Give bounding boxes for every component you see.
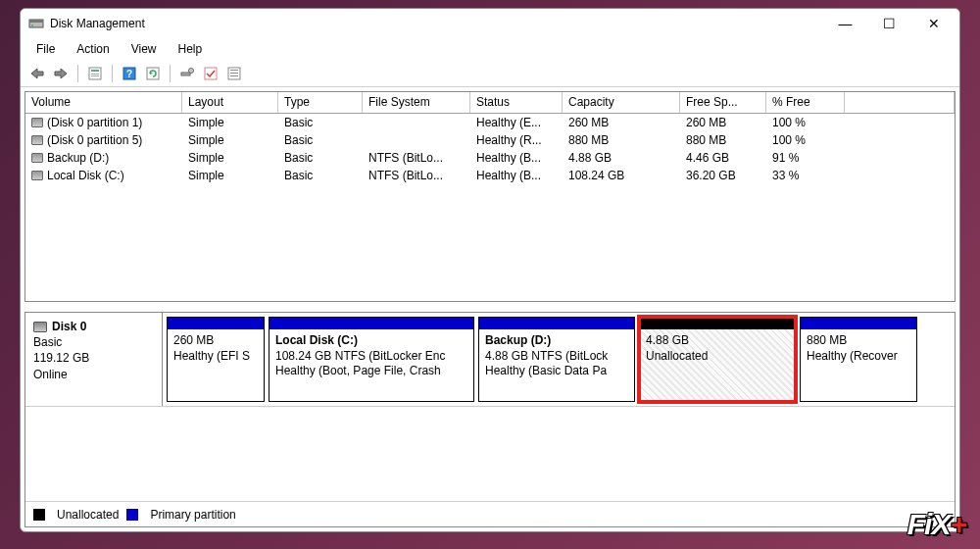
svg-rect-12	[205, 68, 217, 79]
volume-type: Basic	[278, 115, 363, 130]
primary-partition-bar	[168, 318, 264, 329]
partition-line1: 4.88 GB	[646, 333, 789, 349]
col-filesystem[interactable]: File System	[363, 92, 470, 113]
volume-pct: 33 %	[766, 168, 845, 183]
volume-status: Healthy (B...	[470, 168, 563, 183]
volume-status: Healthy (E...	[470, 115, 563, 130]
disk-name: Disk 0	[52, 319, 86, 334]
help-button[interactable]: ?	[119, 63, 140, 84]
volume-list[interactable]: Volume Layout Type File System Status Ca…	[24, 91, 956, 302]
volume-fs	[363, 122, 470, 124]
disk-graphical-view: Disk 0 Basic 119.12 GB Online 260 MBHeal…	[24, 312, 956, 527]
volume-pct: 100 %	[766, 132, 845, 148]
col-status[interactable]: Status	[470, 92, 563, 113]
refresh-button[interactable]	[142, 63, 164, 84]
col-volume[interactable]: Volume	[25, 92, 182, 113]
col-blank[interactable]	[845, 92, 955, 113]
volume-capacity: 880 MB	[563, 132, 680, 148]
partition-title: Backup (D:)	[485, 333, 628, 349]
check-button[interactable]	[200, 63, 221, 84]
volume-free: 260 MB	[680, 115, 766, 130]
col-capacity[interactable]: Capacity	[563, 92, 680, 113]
svg-rect-10	[181, 73, 190, 75]
volume-row[interactable]: (Disk 0 partition 1)SimpleBasicHealthy (…	[25, 114, 955, 131]
menu-view[interactable]: View	[122, 40, 167, 58]
close-button[interactable]: ✕	[911, 9, 956, 38]
primary-partition-bar	[801, 318, 916, 329]
minimize-button[interactable]: —	[823, 9, 867, 38]
volume-layout: Simple	[182, 168, 278, 183]
col-pctfree[interactable]: % Free	[766, 92, 845, 113]
primary-partition-bar	[479, 318, 634, 329]
menu-file[interactable]: File	[26, 40, 65, 58]
volume-free: 4.46 GB	[680, 150, 766, 166]
volume-fs: NTFS (BitLo...	[363, 168, 470, 183]
swatch-unallocated	[33, 509, 45, 521]
volume-icon	[31, 118, 43, 127]
volume-capacity: 260 MB	[563, 115, 680, 130]
titlebar[interactable]: Disk Management — ☐ ✕	[21, 9, 959, 38]
partition-line1: 880 MB	[807, 333, 910, 349]
partition-block[interactable]: 880 MBHealthy (Recover	[800, 317, 917, 402]
volume-free: 36.20 GB	[680, 168, 766, 183]
volume-name: Backup (D:)	[47, 151, 109, 165]
volume-status: Healthy (R...	[470, 132, 563, 148]
partition-line2: Healthy (Basic Data Pa	[485, 364, 628, 379]
partition-block[interactable]: Backup (D:)4.88 GB NTFS (BitLockHealthy …	[478, 317, 635, 402]
list-button[interactable]	[223, 63, 245, 84]
partition-block[interactable]: 4.88 GBUnallocated	[639, 317, 796, 402]
menu-action[interactable]: Action	[67, 40, 119, 58]
toolbar: ?	[21, 60, 959, 87]
volume-row[interactable]: Local Disk (C:)SimpleBasicNTFS (BitLo...…	[25, 167, 955, 184]
volume-layout: Simple	[182, 115, 278, 130]
col-free[interactable]: Free Sp...	[680, 92, 766, 113]
partition-line2: Healthy (Recover	[807, 349, 910, 365]
col-layout[interactable]: Layout	[182, 92, 278, 113]
volume-icon	[31, 135, 43, 145]
volume-layout: Simple	[182, 132, 278, 148]
volume-free: 880 MB	[680, 132, 766, 148]
partition-line1: 4.88 GB NTFS (BitLock	[485, 349, 628, 365]
volume-type: Basic	[278, 132, 363, 148]
volume-row[interactable]: (Disk 0 partition 5)SimpleBasicHealthy (…	[25, 131, 955, 149]
svg-rect-16	[230, 75, 238, 76]
partition-line1: 260 MB	[173, 333, 258, 349]
back-button[interactable]	[26, 63, 48, 84]
disk-size: 119.12 GB	[33, 350, 154, 366]
partition-line1: 108.24 GB NTFS (BitLocker Enc	[275, 349, 467, 365]
disk-row[interactable]: Disk 0 Basic 119.12 GB Online 260 MBHeal…	[25, 313, 955, 407]
partition-line2: Healthy (Boot, Page File, Crash	[275, 364, 467, 379]
partition-line2: Healthy (EFI S	[173, 349, 258, 365]
svg-point-2	[31, 25, 33, 26]
app-icon	[28, 16, 44, 31]
legend-primary: Primary partition	[150, 508, 235, 522]
volume-pct: 91 %	[766, 150, 845, 166]
disk-management-window: Disk Management — ☐ ✕ File Action View H…	[20, 8, 960, 532]
disk-status: Online	[33, 367, 154, 382]
settings-button[interactable]	[176, 63, 198, 84]
svg-rect-6	[91, 75, 99, 76]
col-type[interactable]: Type	[278, 92, 363, 113]
partition-block[interactable]: 260 MBHealthy (EFI S	[167, 317, 265, 402]
svg-rect-14	[230, 70, 238, 71]
volume-fs	[363, 139, 470, 141]
volume-row[interactable]: Backup (D:)SimpleBasicNTFS (BitLo...Heal…	[25, 149, 955, 167]
forward-button[interactable]	[50, 63, 72, 84]
menu-help[interactable]: Help	[169, 40, 213, 58]
partition-line2: Unallocated	[646, 349, 789, 365]
properties-button[interactable]	[84, 63, 106, 84]
svg-point-11	[189, 68, 194, 73]
legend: Unallocated Primary partition	[25, 501, 955, 526]
disk-icon	[33, 322, 47, 332]
primary-partition-bar	[270, 318, 473, 329]
maximize-button[interactable]: ☐	[867, 9, 911, 38]
partition-block[interactable]: Local Disk (C:)108.24 GB NTFS (BitLocker…	[269, 317, 474, 402]
svg-rect-1	[29, 20, 43, 23]
volume-name: Local Disk (C:)	[47, 169, 124, 182]
swatch-primary	[126, 509, 138, 521]
watermark-logo: FiX+	[907, 508, 966, 541]
volume-type: Basic	[278, 150, 363, 166]
volume-layout: Simple	[182, 150, 278, 166]
volume-icon	[31, 153, 43, 163]
disk-type: Basic	[33, 334, 154, 350]
